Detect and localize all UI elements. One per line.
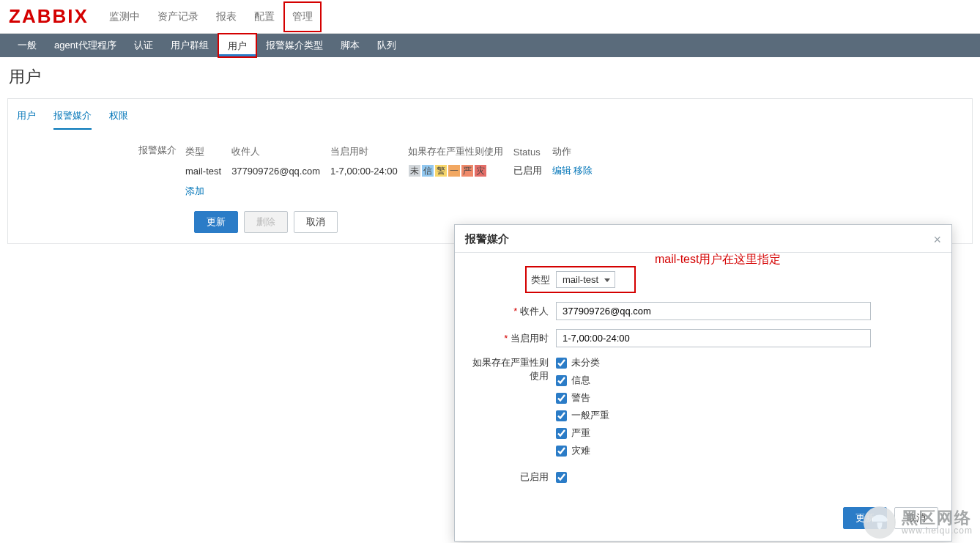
sev-information: 信 bbox=[421, 164, 434, 177]
cell-type: mail-test bbox=[185, 161, 231, 180]
topnav-inventory[interactable]: 资产记录 bbox=[149, 1, 207, 32]
logo[interactable]: ZABBIX bbox=[9, 5, 89, 28]
subnav-general[interactable]: 一般 bbox=[9, 34, 45, 57]
col-actions: 动作 bbox=[552, 142, 604, 161]
modal-header: 报警媒介 × bbox=[455, 225, 951, 244]
add-media-link[interactable]: 添加 bbox=[185, 185, 204, 198]
action-remove[interactable]: 移除 bbox=[573, 165, 593, 176]
tab-user[interactable]: 用户 bbox=[17, 105, 36, 130]
table-row: mail-test 377909726@qq.com 1-7,00:00-24:… bbox=[185, 161, 603, 180]
action-edit[interactable]: 编辑 bbox=[552, 165, 571, 176]
cell-when: 1-7,00:00-24:00 bbox=[330, 161, 408, 180]
close-icon[interactable]: × bbox=[933, 233, 941, 245]
cell-severity: 未 信 警 一 严 灾 bbox=[408, 161, 513, 180]
col-type: 类型 bbox=[185, 142, 231, 161]
cell-recipient: 377909726@qq.com bbox=[231, 161, 330, 180]
subnav-user-groups[interactable]: 用户群组 bbox=[162, 34, 218, 57]
subnav-authentication[interactable]: 认证 bbox=[125, 34, 162, 57]
cancel-button[interactable]: 取消 bbox=[294, 211, 338, 233]
page-body: 用户 用户 报警媒介 权限 报警媒介 类型 收件人 当启用时 如果存在严重性则使… bbox=[0, 57, 980, 244]
card-tabs: 用户 报警媒介 权限 bbox=[17, 105, 963, 130]
sev-warning: 警 bbox=[434, 164, 448, 177]
sev-disaster: 灾 bbox=[474, 164, 487, 177]
topnav-reports[interactable]: 报表 bbox=[207, 1, 245, 32]
subnav-media-types[interactable]: 报警媒介类型 bbox=[257, 34, 332, 57]
topnav-configuration[interactable]: 配置 bbox=[245, 1, 283, 32]
user-card: 用户 报警媒介 权限 报警媒介 类型 收件人 当启用时 如果存在严重性则使用 S… bbox=[7, 98, 973, 244]
topnav-monitoring[interactable]: 监测中 bbox=[100, 1, 149, 32]
media-label: 报警媒介 bbox=[17, 142, 185, 157]
update-button[interactable]: 更新 bbox=[194, 211, 238, 233]
delete-button: 删除 bbox=[244, 211, 288, 233]
cell-status: 已启用 bbox=[513, 161, 552, 180]
sev-not-classified: 未 bbox=[408, 164, 421, 177]
media-content: 类型 收件人 当启用时 如果存在严重性则使用 Status 动作 mail-te… bbox=[185, 142, 603, 198]
cell-actions: 编辑 移除 bbox=[552, 161, 604, 180]
media-section: 报警媒介 类型 收件人 当启用时 如果存在严重性则使用 Status 动作 ma… bbox=[17, 142, 963, 198]
subnav-queue[interactable]: 队列 bbox=[368, 34, 405, 57]
top-menu: 监测中 资产记录 报表 配置 管理 bbox=[100, 1, 322, 32]
media-table: 类型 收件人 当启用时 如果存在严重性则使用 Status 动作 mail-te… bbox=[185, 142, 603, 180]
subnav-proxies[interactable]: agent代理程序 bbox=[45, 34, 125, 57]
sev-average: 一 bbox=[448, 164, 461, 177]
sub-nav: 一般 agent代理程序 认证 用户群组 用户 报警媒介类型 脚本 队列 bbox=[0, 34, 980, 57]
sev-high: 严 bbox=[461, 164, 474, 177]
tab-permissions[interactable]: 权限 bbox=[109, 105, 128, 130]
page-title: 用户 bbox=[9, 66, 973, 88]
subnav-users[interactable]: 用户 bbox=[219, 34, 256, 56]
top-nav: ZABBIX 监测中 资产记录 报表 配置 管理 bbox=[0, 0, 980, 34]
col-status: Status bbox=[513, 142, 552, 161]
col-severity: 如果存在严重性则使用 bbox=[408, 142, 513, 161]
topnav-administration[interactable]: 管理 bbox=[283, 1, 322, 32]
col-recipient: 收件人 bbox=[231, 142, 330, 161]
tab-media[interactable]: 报警媒介 bbox=[53, 105, 92, 130]
modal-title: 报警媒介 bbox=[465, 232, 509, 244]
subnav-scripts[interactable]: 脚本 bbox=[332, 34, 368, 57]
col-when: 当启用时 bbox=[330, 142, 408, 161]
media-modal: 报警媒介 × 类型 mail-test 收件人 当启用时 如果存在严重性则使用 … bbox=[454, 224, 952, 244]
